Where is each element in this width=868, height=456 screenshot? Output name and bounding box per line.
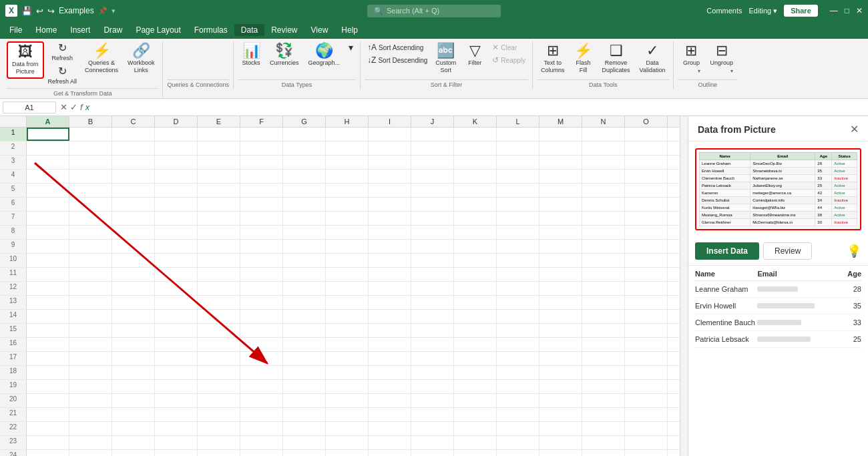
cell-D8[interactable] xyxy=(155,226,198,239)
sort-descending-button[interactable]: ↓Z Sort Descending xyxy=(365,54,430,66)
flash-fill-button[interactable]: ⚡ FlashFill xyxy=(570,41,597,76)
cell-O17[interactable] xyxy=(625,352,668,365)
cell-B14[interactable] xyxy=(69,310,112,323)
cell-M22[interactable] xyxy=(539,422,582,435)
cell-M10[interactable] xyxy=(539,254,582,267)
cell-C7[interactable] xyxy=(112,212,155,225)
cell-G11[interactable] xyxy=(283,268,326,281)
cell-J12[interactable] xyxy=(411,282,454,295)
cell-A17[interactable] xyxy=(27,352,69,365)
cell-C9[interactable] xyxy=(112,240,155,253)
tab-insert-data[interactable]: Insert Data xyxy=(695,242,759,260)
cell-H21[interactable] xyxy=(326,408,369,421)
remove-duplicates-button[interactable]: ❑ RemoveDuplicates xyxy=(598,41,634,76)
cell-K6[interactable] xyxy=(454,198,497,211)
cell-D13[interactable] xyxy=(155,296,198,309)
cell-C6[interactable] xyxy=(112,198,155,211)
cell-F15[interactable] xyxy=(240,324,283,337)
scroll-indicator[interactable] xyxy=(680,116,688,456)
menu-page-layout[interactable]: Page Layout xyxy=(129,24,187,36)
filter-button[interactable]: ▽ Filter xyxy=(461,41,488,69)
cell-P15[interactable] xyxy=(668,324,680,337)
cell-P10[interactable] xyxy=(668,254,680,267)
cell-C4[interactable] xyxy=(112,170,155,183)
cell-C20[interactable] xyxy=(112,394,155,407)
cell-E11[interactable] xyxy=(198,268,240,281)
cell-G4[interactable] xyxy=(283,170,326,183)
cell-I3[interactable] xyxy=(369,156,411,169)
cell-P24[interactable] xyxy=(668,450,680,456)
cell-G19[interactable] xyxy=(283,380,326,393)
cell-J24[interactable] xyxy=(411,450,454,456)
cell-C10[interactable] xyxy=(112,254,155,267)
cell-J5[interactable] xyxy=(411,184,454,197)
cell-K24[interactable] xyxy=(454,450,497,456)
cell-M3[interactable] xyxy=(539,156,582,169)
cell-K4[interactable] xyxy=(454,170,497,183)
text-to-columns-button[interactable]: ⊞ Text toColumns xyxy=(537,41,569,76)
cell-P1[interactable] xyxy=(668,128,680,141)
cell-P4[interactable] xyxy=(668,170,680,183)
cell-N15[interactable] xyxy=(582,324,625,337)
cell-M13[interactable] xyxy=(539,296,582,309)
cell-H9[interactable] xyxy=(326,240,369,253)
cell-F12[interactable] xyxy=(240,282,283,295)
cell-O20[interactable] xyxy=(625,394,668,407)
cell-E16[interactable] xyxy=(198,338,240,351)
cell-O22[interactable] xyxy=(625,422,668,435)
cell-A22[interactable] xyxy=(27,422,69,435)
cell-M15[interactable] xyxy=(539,324,582,337)
custom-sort-button[interactable]: 🔤 CustomSort xyxy=(431,41,460,76)
cell-O23[interactable] xyxy=(625,436,668,449)
cell-I14[interactable] xyxy=(369,310,411,323)
cell-E1[interactable] xyxy=(198,128,240,141)
cell-N20[interactable] xyxy=(582,394,625,407)
cell-I7[interactable] xyxy=(369,212,411,225)
cell-I4[interactable] xyxy=(369,170,411,183)
cell-C17[interactable] xyxy=(112,352,155,365)
cell-J7[interactable] xyxy=(411,212,454,225)
cell-F13[interactable] xyxy=(240,296,283,309)
cell-N16[interactable] xyxy=(582,338,625,351)
cell-K19[interactable] xyxy=(454,380,497,393)
cell-L21[interactable] xyxy=(497,408,539,421)
cell-M8[interactable] xyxy=(539,226,582,239)
cell-A13[interactable] xyxy=(27,296,69,309)
cell-F11[interactable] xyxy=(240,268,283,281)
cell-L20[interactable] xyxy=(497,394,539,407)
cell-H14[interactable] xyxy=(326,310,369,323)
cell-M16[interactable] xyxy=(539,338,582,351)
cell-reference[interactable] xyxy=(3,101,56,113)
cell-O19[interactable] xyxy=(625,380,668,393)
cell-N8[interactable] xyxy=(582,226,625,239)
cell-B19[interactable] xyxy=(69,380,112,393)
cell-O9[interactable] xyxy=(625,240,668,253)
cell-C18[interactable] xyxy=(112,366,155,379)
cell-M19[interactable] xyxy=(539,380,582,393)
currencies-button[interactable]: 💱 Currencies xyxy=(266,41,303,69)
cell-P16[interactable] xyxy=(668,338,680,351)
cell-F7[interactable] xyxy=(240,212,283,225)
cell-E20[interactable] xyxy=(198,394,240,407)
cell-F22[interactable] xyxy=(240,422,283,435)
cell-E9[interactable] xyxy=(198,240,240,253)
cell-H18[interactable] xyxy=(326,366,369,379)
cell-L17[interactable] xyxy=(497,352,539,365)
cell-N5[interactable] xyxy=(582,184,625,197)
cell-K14[interactable] xyxy=(454,310,497,323)
cell-A15[interactable] xyxy=(27,324,69,337)
cell-E10[interactable] xyxy=(198,254,240,267)
cell-J14[interactable] xyxy=(411,310,454,323)
cell-A4[interactable] xyxy=(27,170,69,183)
cell-L4[interactable] xyxy=(497,170,539,183)
cell-F5[interactable] xyxy=(240,184,283,197)
cell-C14[interactable] xyxy=(112,310,155,323)
reapply-button[interactable]: ↺ Reapply xyxy=(489,54,528,66)
cell-K12[interactable] xyxy=(454,282,497,295)
cell-A2[interactable] xyxy=(27,142,69,155)
menu-data[interactable]: Data xyxy=(234,24,264,36)
menu-draw[interactable]: Draw xyxy=(97,24,129,36)
cell-F2[interactable] xyxy=(240,142,283,155)
cell-C16[interactable] xyxy=(112,338,155,351)
cell-M20[interactable] xyxy=(539,394,582,407)
